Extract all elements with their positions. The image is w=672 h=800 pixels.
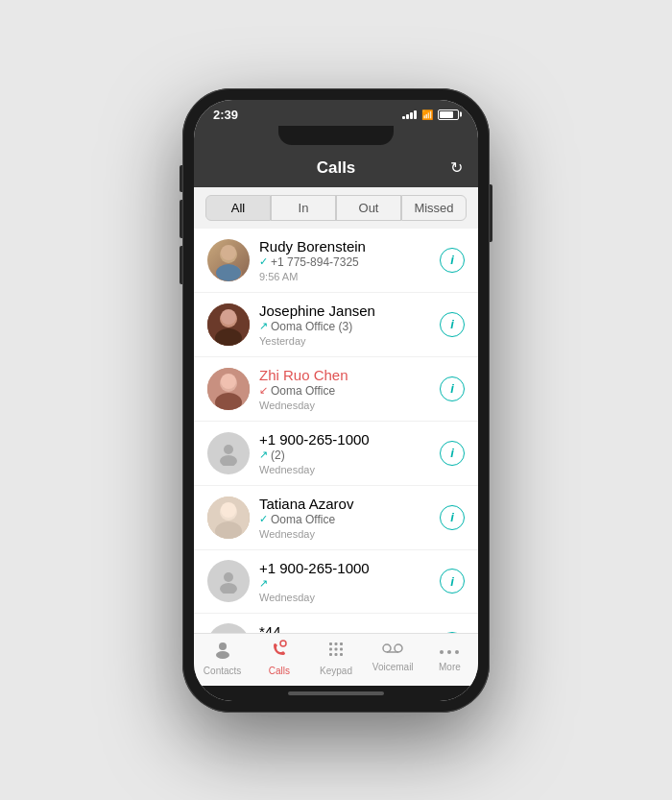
call-direction-icon: ✓ [259, 513, 268, 525]
call-info: Rudy Borenstein ✓ +1 775-894-7325 9:56 A… [259, 238, 430, 282]
avatar [207, 497, 250, 539]
svg-rect-34 [340, 647, 343, 650]
call-direction-icon: ↗ [259, 320, 268, 332]
notch-area [194, 126, 478, 151]
info-button[interactable]: i [440, 441, 465, 466]
svg-point-18 [224, 572, 233, 582]
svg-point-11 [221, 374, 236, 389]
call-name: Tatiana Azarov [259, 496, 430, 512]
header: Calls ↻ [194, 151, 478, 187]
call-number: Ooma Office (3) [271, 320, 352, 333]
contacts-icon [213, 640, 232, 664]
nav-contacts[interactable]: Contacts [194, 640, 251, 676]
call-detail: ✓ Ooma Office [259, 513, 430, 526]
call-time: Wednesday [259, 592, 430, 603]
svg-point-43 [455, 650, 459, 654]
status-time: 2:39 [213, 108, 238, 122]
filter-tabs: All In Out Missed [194, 187, 478, 229]
wifi-icon: 📶 [421, 109, 433, 120]
call-time: 9:56 AM [259, 271, 430, 282]
call-info: Tatiana Azarov ✓ Ooma Office Wednesday [259, 496, 430, 540]
call-name: Josephine Jansen [259, 303, 430, 319]
nav-calls-label: Calls [269, 666, 290, 676]
call-name: Zhi Ruo Chen [259, 367, 430, 383]
tab-all[interactable]: All [205, 195, 271, 221]
svg-rect-30 [335, 642, 338, 645]
call-item: +1 900-265-1000 ↗ (2) Wednesday i [194, 422, 478, 486]
side-button-right [490, 184, 492, 242]
call-list: Rudy Borenstein ✓ +1 775-894-7325 9:56 A… [194, 229, 478, 633]
call-info: *44 ↗ Wednesday [259, 623, 430, 633]
tab-in[interactable]: In [271, 195, 336, 221]
info-button[interactable]: i [440, 248, 465, 273]
bottom-nav: Contacts Calls [194, 633, 478, 686]
avatar [207, 623, 250, 633]
svg-point-42 [447, 650, 451, 654]
status-bar: 2:39 📶 [194, 100, 478, 126]
nav-contacts-label: Contacts [204, 666, 241, 676]
avatar [207, 368, 250, 410]
call-name: +1 900-265-1000 [259, 560, 430, 576]
call-time: Wednesday [259, 464, 430, 475]
svg-point-2 [221, 245, 236, 260]
svg-point-27 [216, 651, 229, 659]
nav-voicemail-label: Voicemail [372, 662, 414, 672]
call-direction-icon: ↙ [259, 384, 268, 397]
calls-icon [270, 640, 289, 664]
nav-calls[interactable]: Calls [251, 640, 307, 676]
call-name: *44 [259, 623, 430, 633]
info-button[interactable]: i [440, 312, 465, 337]
svg-rect-36 [335, 653, 338, 656]
call-info: +1 900-265-1000 ↗ Wednesday [259, 560, 430, 603]
call-time: Wednesday [259, 528, 430, 540]
keypad-icon [326, 640, 346, 664]
call-item: Zhi Ruo Chen ↙ Ooma Office Wednesday i [194, 357, 478, 422]
call-item: +1 900-265-1000 ↗ Wednesday i [194, 550, 478, 614]
call-detail: ↗ (2) [259, 448, 430, 462]
call-info: +1 900-265-1000 ↗ (2) Wednesday [259, 431, 430, 475]
tab-out[interactable]: Out [336, 195, 401, 221]
call-direction-icon: ↗ [259, 448, 268, 461]
call-item: Josephine Jansen ↗ Ooma Office (3) Yeste… [194, 293, 478, 357]
tab-missed[interactable]: Missed [401, 195, 467, 221]
svg-point-41 [440, 650, 444, 654]
home-indicator [194, 686, 478, 701]
info-button[interactable]: i [440, 505, 465, 530]
avatar [207, 432, 250, 474]
svg-point-7 [221, 309, 236, 325]
call-direction-icon: ↗ [259, 577, 268, 590]
call-item: Tatiana Azarov ✓ Ooma Office Wednesday i [194, 486, 478, 550]
avatar [207, 239, 250, 281]
svg-point-17 [221, 502, 236, 518]
call-info: Josephine Jansen ↗ Ooma Office (3) Yeste… [259, 303, 430, 347]
battery-icon [438, 109, 459, 120]
svg-point-39 [395, 644, 402, 652]
svg-point-19 [220, 583, 237, 594]
info-button[interactable]: i [440, 376, 465, 401]
nav-keypad[interactable]: Keypad [307, 640, 364, 676]
call-item: *44 ↗ Wednesday i [194, 614, 478, 633]
refresh-button[interactable]: ↻ [450, 158, 463, 177]
voicemail-icon [382, 640, 403, 660]
svg-rect-29 [329, 642, 332, 645]
svg-point-38 [383, 644, 391, 652]
call-number: +1 775-894-7325 [271, 255, 359, 269]
nav-more-label: More [439, 662, 461, 672]
more-icon [440, 640, 459, 660]
svg-rect-37 [340, 653, 343, 656]
call-item: Rudy Borenstein ✓ +1 775-894-7325 9:56 A… [194, 229, 478, 293]
nav-voicemail[interactable]: Voicemail [365, 640, 421, 676]
info-button[interactable]: i [440, 569, 465, 594]
call-name: +1 900-265-1000 [259, 431, 430, 448]
call-number: (2) [271, 448, 285, 462]
notch [278, 126, 394, 145]
phone-screen: 2:39 📶 Calls ↻ [194, 100, 478, 701]
call-detail: ✓ +1 775-894-7325 [259, 255, 430, 269]
avatar [207, 303, 250, 346]
svg-rect-31 [340, 642, 343, 645]
nav-more[interactable]: More [421, 640, 478, 676]
phone-frame: 2:39 📶 Calls ↻ [182, 88, 490, 713]
svg-point-28 [280, 641, 286, 646]
svg-point-3 [216, 264, 241, 281]
call-direction-icon: ✓ [259, 255, 268, 268]
